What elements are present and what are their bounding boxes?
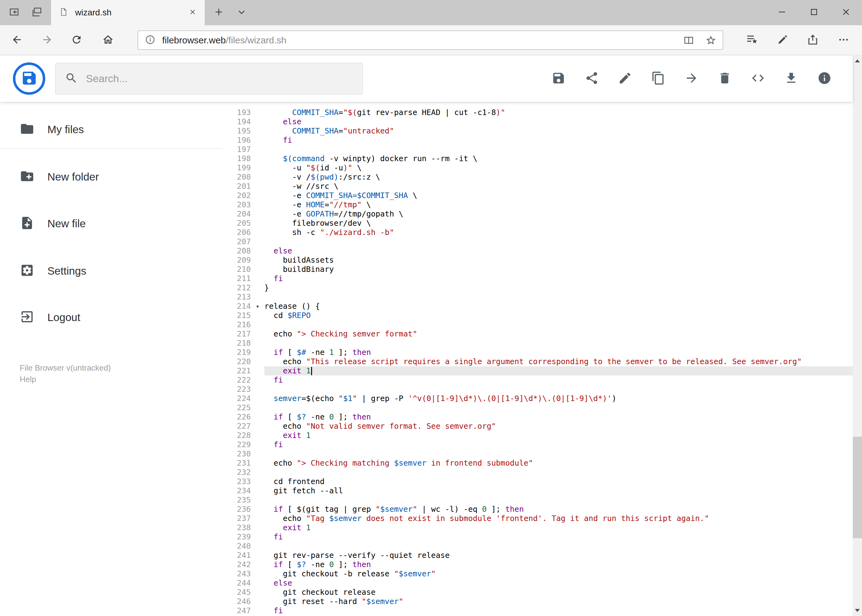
move-button[interactable] xyxy=(684,72,698,86)
web-notes-button[interactable] xyxy=(772,25,793,55)
favorites-hub-button[interactable] xyxy=(741,25,763,55)
close-button[interactable] xyxy=(830,0,862,25)
code-line-245[interactable]: 245 git checkout release xyxy=(222,588,853,597)
code-line-238[interactable]: 238 exit 1 xyxy=(222,523,853,532)
code-line-246[interactable]: 246 git reset --hard "$semver" xyxy=(222,597,853,606)
code-line-234[interactable]: 234 git fetch --all xyxy=(222,486,853,495)
code-line-214[interactable]: 214▾release () { xyxy=(222,302,853,311)
code-line-197[interactable]: 197 xyxy=(222,145,853,154)
tabs-set-aside-button[interactable] xyxy=(26,0,48,25)
code-line-222[interactable]: 222 fi xyxy=(222,376,853,385)
code-line-247[interactable]: 247 fi xyxy=(222,606,853,615)
code-line-228[interactable]: 228 exit 1 xyxy=(222,431,853,440)
code-line-209[interactable]: 209 buildAssets xyxy=(222,256,853,265)
filebrowser-logo[interactable] xyxy=(13,63,45,95)
code-view-button[interactable] xyxy=(751,72,765,86)
save-button[interactable] xyxy=(552,72,566,86)
code-line-230[interactable]: 230 xyxy=(222,449,853,459)
fold-marker-icon[interactable]: ▾ xyxy=(251,302,264,311)
code-line-206[interactable]: 206 sh -c "./wizard.sh -b" xyxy=(222,228,853,237)
browser-tab[interactable]: wizard.sh xyxy=(51,0,205,25)
code-line-223[interactable]: 223 xyxy=(222,385,853,394)
code-line-198[interactable]: 198 $(command -v winpty) docker run --rm… xyxy=(222,154,853,163)
code-line-241[interactable]: 241 git rev-parse --verify --quiet relea… xyxy=(222,551,853,560)
set-tabs-aside-button[interactable] xyxy=(3,0,25,25)
site-info-icon[interactable] xyxy=(145,35,155,46)
code-line-212[interactable]: 212} xyxy=(222,283,853,292)
code-line-213[interactable]: 213 xyxy=(222,292,853,302)
code-line-229[interactable]: 229 fi xyxy=(222,440,853,449)
scroll-up-arrow[interactable] xyxy=(853,55,862,66)
share-button[interactable] xyxy=(585,72,599,86)
share-page-button[interactable] xyxy=(802,25,824,55)
delete-button[interactable] xyxy=(718,72,732,86)
tab-preview-toggle[interactable] xyxy=(231,0,252,25)
code-line-244[interactable]: 244 else xyxy=(222,578,853,588)
code-line-237[interactable]: 237 echo "Tag $semver does not exist in … xyxy=(222,514,853,523)
sidebar-item-settings[interactable]: Settings xyxy=(0,255,222,287)
copy-button[interactable] xyxy=(651,72,665,86)
code-line-210[interactable]: 210 buildBinary xyxy=(222,265,853,274)
sidebar-item-logout[interactable]: Logout xyxy=(0,302,222,333)
code-line-201[interactable]: 201 -w //src \ xyxy=(222,182,853,191)
code-line-205[interactable]: 205 filebrowser/dev \ xyxy=(222,218,853,228)
code-line-224[interactable]: 224 semver=$(echo "$1" | grep -P '^v(0|[… xyxy=(222,394,853,403)
code-line-216[interactable]: 216 xyxy=(222,320,853,329)
info-button[interactable] xyxy=(817,72,832,86)
code-line-232[interactable]: 232 xyxy=(222,468,853,477)
code-line-200[interactable]: 200 -v /$(pwd):/src:z \ xyxy=(222,173,853,182)
search-box[interactable] xyxy=(55,63,363,95)
code-line-220[interactable]: 220 echo "This release script requires a… xyxy=(222,357,853,366)
address-bar[interactable]: filebrowser.web/files/wizard.sh xyxy=(137,30,723,50)
add-favorite-button[interactable] xyxy=(701,31,721,50)
back-button[interactable] xyxy=(6,25,28,55)
code-line-219[interactable]: 219 if [ $# -ne 1 ]; then xyxy=(222,348,853,357)
sidebar-item-new-file[interactable]: New file xyxy=(0,207,222,240)
code-line-235[interactable]: 235 xyxy=(222,495,853,504)
code-line-195[interactable]: 195 COMMIT_SHA="untracked" xyxy=(222,126,853,136)
minimize-button[interactable] xyxy=(766,0,798,25)
code-line-226[interactable]: 226 if [ $? -ne 0 ]; then xyxy=(222,412,853,422)
code-line-193[interactable]: 193 COMMIT_SHA="$(git rev-parse HEAD | c… xyxy=(222,108,853,117)
code-line-233[interactable]: 233 cd frontend xyxy=(222,477,853,486)
code-line-217[interactable]: 217 echo "> Checking semver format" xyxy=(222,329,853,339)
code-line-225[interactable]: 225 xyxy=(222,403,853,412)
code-line-231[interactable]: 231 echo "> Checking matching $semver in… xyxy=(222,459,853,468)
code-line-208[interactable]: 208 else xyxy=(222,246,853,256)
code-line-240[interactable]: 240 xyxy=(222,542,853,551)
page-scrollbar[interactable] xyxy=(853,55,862,616)
download-button[interactable] xyxy=(784,72,798,86)
new-tab-button[interactable] xyxy=(208,0,230,25)
code-line-203[interactable]: 203 -e HOME="//tmp" \ xyxy=(222,200,853,209)
help-link[interactable]: Help xyxy=(20,374,111,385)
code-line-243[interactable]: 243 git checkout -b release "$semver" xyxy=(222,569,853,578)
code-editor[interactable]: 193 COMMIT_SHA="$(git rev-parse HEAD | c… xyxy=(222,102,853,616)
code-line-199[interactable]: 199 -u "$(id -u)" \ xyxy=(222,163,853,173)
code-line-227[interactable]: 227 echo "Not valid semver format. See s… xyxy=(222,422,853,431)
code-line-211[interactable]: 211 fi xyxy=(222,274,853,283)
refresh-button[interactable] xyxy=(66,25,87,55)
code-line-204[interactable]: 204 -e GOPATH=//tmp/gopath \ xyxy=(222,209,853,218)
code-line-239[interactable]: 239 fi xyxy=(222,532,853,542)
code-line-242[interactable]: 242 if [ $? -ne 0 ]; then xyxy=(222,560,853,569)
scroll-down-arrow[interactable] xyxy=(853,605,862,616)
code-line-221[interactable]: 221 exit 1 xyxy=(222,366,853,376)
sidebar-item-my-files[interactable]: My files xyxy=(0,113,222,146)
code-line-236[interactable]: 236 if [ $(git tag | grep "$semver" | wc… xyxy=(222,504,853,514)
more-options-button[interactable] xyxy=(833,25,854,55)
code-line-207[interactable]: 207 xyxy=(222,237,853,246)
search-input[interactable] xyxy=(86,72,353,85)
maximize-button[interactable] xyxy=(798,0,830,25)
code-line-194[interactable]: 194 else xyxy=(222,117,853,126)
code-line-215[interactable]: 215 cd $REPO xyxy=(222,311,853,320)
code-line-196[interactable]: 196 fi xyxy=(222,136,853,145)
home-button[interactable] xyxy=(97,25,119,55)
sidebar-item-new-folder[interactable]: New folder xyxy=(0,161,222,193)
reading-view-button[interactable] xyxy=(679,31,698,50)
scrollbar-thumb[interactable] xyxy=(853,437,862,538)
code-line-218[interactable]: 218 xyxy=(222,339,853,348)
tab-close-icon[interactable] xyxy=(189,8,197,17)
rename-button[interactable] xyxy=(618,72,632,86)
code-line-202[interactable]: 202 -e COMMIT_SHA=$COMMIT_SHA \ xyxy=(222,191,853,200)
forward-button[interactable] xyxy=(36,25,58,55)
